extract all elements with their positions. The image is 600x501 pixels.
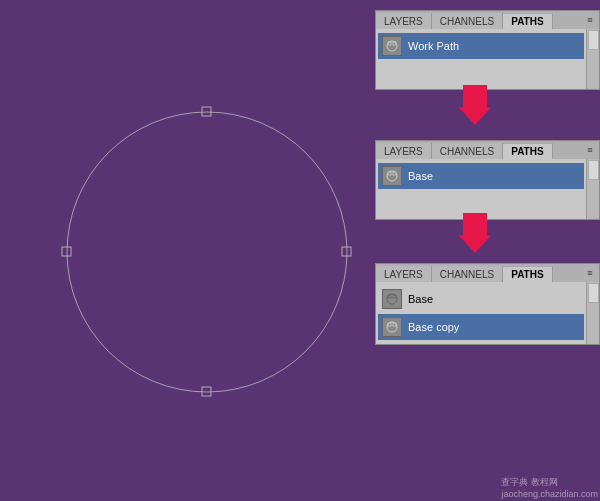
tab-paths-3[interactable]: PATHS xyxy=(503,266,552,282)
path-icon-base xyxy=(382,166,402,186)
path-row-base[interactable]: Base xyxy=(378,163,584,189)
tab-layers-2[interactable]: LAYERS xyxy=(376,143,432,159)
empty-row-1 xyxy=(378,61,584,87)
svg-point-0 xyxy=(67,112,347,392)
panel-tabs-3: LAYERS CHANNELS PATHS ≡ xyxy=(376,264,599,282)
path-label-workpath: Work Path xyxy=(408,40,459,52)
path-icon-base-3 xyxy=(382,289,402,309)
svg-point-9 xyxy=(387,171,397,181)
svg-rect-1 xyxy=(202,107,211,116)
path-row-base-3[interactable]: Base xyxy=(378,286,584,312)
arrow-down-2 xyxy=(455,213,495,253)
tab-layers-3[interactable]: LAYERS xyxy=(376,266,432,282)
scrollbar-1[interactable] xyxy=(586,29,599,89)
panel-menu-button-2[interactable]: ≡ xyxy=(581,141,599,159)
panel-paths-2: LAYERS CHANNELS PATHS ≡ Base xyxy=(375,140,600,220)
svg-marker-8 xyxy=(459,85,491,125)
scrollbar-thumb-2[interactable] xyxy=(588,160,599,180)
panel-menu-button-3[interactable]: ≡ xyxy=(581,264,599,282)
panel-content-3: Base Base copy xyxy=(376,282,599,344)
svg-rect-3 xyxy=(202,387,211,396)
svg-point-5 xyxy=(387,41,397,51)
panel-content-1: Work Path xyxy=(376,29,599,89)
svg-point-16 xyxy=(387,322,397,332)
arrow-down-1 xyxy=(455,85,495,125)
path-label-base-3: Base xyxy=(408,293,433,305)
path-label-base-copy: Base copy xyxy=(408,321,459,333)
watermark: 查字典 教程网jaocheng.chazidian.com xyxy=(501,476,598,499)
tab-layers-1[interactable]: LAYERS xyxy=(376,13,432,29)
tab-paths-2[interactable]: PATHS xyxy=(503,143,552,159)
panel-paths-1: LAYERS CHANNELS PATHS ≡ Work Path xyxy=(375,10,600,90)
panel-content-2: Base xyxy=(376,159,599,219)
path-icon-base-copy xyxy=(382,317,402,337)
panel-tabs-2: LAYERS CHANNELS PATHS ≡ xyxy=(376,141,599,159)
scrollbar-thumb-3[interactable] xyxy=(588,283,599,303)
svg-marker-12 xyxy=(459,213,491,253)
tab-paths-1[interactable]: PATHS xyxy=(503,13,552,29)
svg-rect-2 xyxy=(342,247,351,256)
scrollbar-thumb-1[interactable] xyxy=(588,30,599,50)
tab-channels-1[interactable]: CHANNELS xyxy=(432,13,503,29)
tab-channels-2[interactable]: CHANNELS xyxy=(432,143,503,159)
svg-rect-4 xyxy=(62,247,71,256)
path-row-workpath[interactable]: Work Path xyxy=(378,33,584,59)
panel-paths-3: LAYERS CHANNELS PATHS ≡ Base xyxy=(375,263,600,345)
scrollbar-2[interactable] xyxy=(586,159,599,219)
tab-channels-3[interactable]: CHANNELS xyxy=(432,266,503,282)
svg-point-13 xyxy=(387,294,397,304)
scrollbar-3[interactable] xyxy=(586,282,599,344)
panel-menu-button-1[interactable]: ≡ xyxy=(581,11,599,29)
path-label-base: Base xyxy=(408,170,433,182)
path-row-base-copy[interactable]: Base copy xyxy=(378,314,584,340)
path-icon-workpath xyxy=(382,36,402,56)
panel-tabs-1: LAYERS CHANNELS PATHS ≡ xyxy=(376,11,599,29)
